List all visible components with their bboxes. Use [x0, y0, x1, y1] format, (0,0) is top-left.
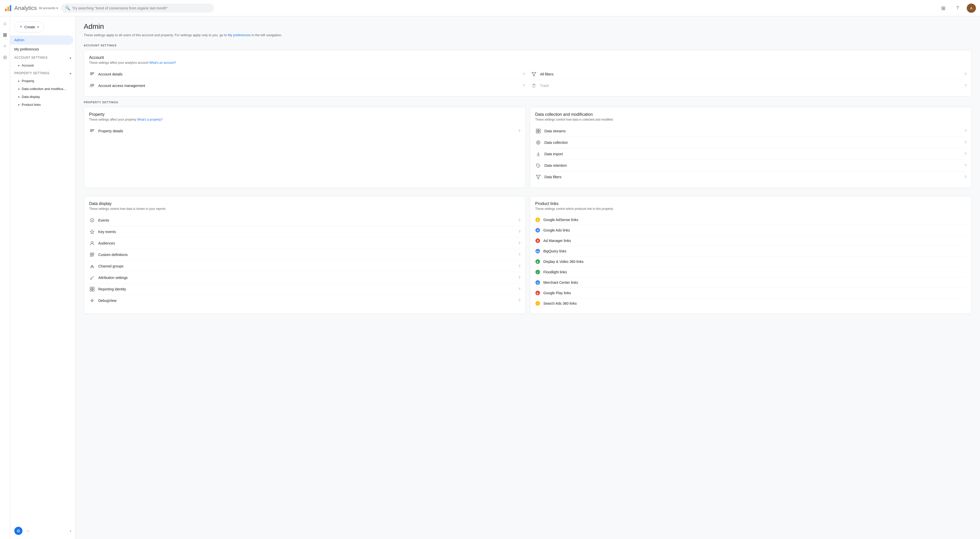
data-filters-help-icon[interactable]: ?: [964, 175, 966, 179]
account-card-title: Account: [89, 55, 525, 60]
audiences-help-icon[interactable]: ?: [518, 241, 520, 245]
display-video-logo-icon: ▶: [535, 259, 540, 264]
svg-rect-0: [5, 9, 6, 11]
custom-definitions-help-icon[interactable]: ?: [518, 253, 520, 257]
sidebar-icon-explore[interactable]: ○: [0, 41, 10, 51]
all-filters-label: All filters: [540, 72, 961, 76]
debugview-help-icon[interactable]: ?: [518, 298, 520, 303]
display-video-links-row[interactable]: ▶ Display & Video 360 links: [535, 257, 966, 267]
sidebar-item-account[interactable]: ▸ Account: [10, 62, 75, 69]
ad-manager-links-row[interactable]: A Ad Manager links: [535, 236, 966, 246]
property-chevron-icon: ▸: [18, 79, 20, 82]
sidebar-item-product-links[interactable]: ▸ Product links: [10, 101, 75, 109]
search-ads-links-row[interactable]: S Search Ads 360 links: [535, 298, 966, 309]
svg-rect-12: [90, 129, 94, 130]
data-import-icon: [535, 151, 541, 157]
sidebar-icon-home[interactable]: ⌂: [0, 18, 10, 29]
data-streams-row[interactable]: Data streams ?: [535, 125, 966, 137]
merchant-center-links-row[interactable]: M Merchant Center links: [535, 277, 966, 288]
key-events-icon: [89, 229, 95, 235]
svg-marker-23: [536, 175, 540, 179]
svg-rect-18: [538, 131, 540, 133]
bigquery-links-row[interactable]: BQ BigQuery links: [535, 246, 966, 257]
trash-help-icon[interactable]: ?: [964, 84, 966, 88]
data-collection-row[interactable]: Data collection ?: [535, 137, 966, 148]
adsense-logo-icon: A: [535, 217, 540, 222]
reporting-identity-help-icon[interactable]: ?: [518, 287, 520, 291]
all-filters-help-icon[interactable]: ?: [964, 72, 966, 76]
what-is-account-link[interactable]: What's an account?: [149, 61, 176, 65]
apps-grid-button[interactable]: ⊞: [938, 3, 948, 13]
sidebar-nav: + Create ▾ Admin My preferences Account …: [10, 16, 75, 523]
google-ads-links-row[interactable]: A Google Ads links: [535, 225, 966, 236]
events-row[interactable]: Events ?: [89, 215, 520, 226]
settings-gear-button[interactable]: ⚙: [14, 527, 22, 535]
data-collection-icon: [535, 140, 541, 146]
search-bar[interactable]: 🔍: [61, 3, 214, 13]
attribution-settings-help-icon[interactable]: ?: [518, 276, 520, 280]
sidebar-icon-reports[interactable]: ▦: [0, 30, 10, 40]
data-collection-chevron-icon: ▸: [18, 87, 20, 90]
data-retention-row[interactable]: Data retention ?: [535, 160, 966, 171]
key-events-row[interactable]: Key events ?: [89, 226, 520, 238]
account-details-help-icon[interactable]: ?: [523, 72, 525, 76]
account-access-help-icon[interactable]: ?: [523, 84, 525, 88]
custom-definitions-icon: [89, 252, 95, 258]
channel-groups-help-icon[interactable]: ?: [518, 264, 520, 268]
audiences-row[interactable]: Audiences ?: [89, 238, 520, 249]
data-import-row[interactable]: Data import ?: [535, 148, 966, 160]
key-events-help-icon[interactable]: ?: [518, 230, 520, 234]
sidebar-item-data-collection[interactable]: ▸ Data collection and modifica...: [10, 85, 75, 93]
data-collection-card: Data collection and modification These s…: [530, 107, 972, 188]
property-details-row[interactable]: Property details ?: [89, 125, 520, 137]
debugview-label: DebugView: [98, 298, 515, 303]
property-item-label: Property: [22, 79, 34, 83]
data-filters-row[interactable]: Data filters ?: [535, 171, 966, 182]
ad-manager-logo-icon: A: [535, 238, 540, 243]
collapse-sidebar-button[interactable]: ‹: [70, 528, 71, 533]
sidebar-item-property[interactable]: ▸ Property: [10, 77, 75, 85]
data-filters-icon: [535, 174, 541, 180]
help-button[interactable]: ?: [953, 3, 963, 13]
data-streams-help-icon[interactable]: ?: [964, 129, 966, 133]
account-settings-section[interactable]: Account settings ▴: [10, 54, 75, 62]
account-card-desc: These settings affect your analytics acc…: [89, 61, 525, 65]
sidebar-item-admin[interactable]: Admin: [10, 35, 73, 44]
what-is-property-link[interactable]: What's a property?: [137, 118, 162, 121]
account-details-row[interactable]: Account details ?: [89, 68, 525, 80]
merchant-center-logo-icon: M: [535, 280, 540, 285]
google-play-logo-icon: ▶: [535, 290, 540, 295]
floodlight-links-row[interactable]: F Floodlight links: [535, 267, 966, 277]
google-play-links-row[interactable]: ▶ Google Play links: [535, 288, 966, 298]
property-settings-section[interactable]: Property settings ▴: [10, 69, 75, 77]
data-collection-help-icon[interactable]: ?: [964, 141, 966, 144]
data-import-label: Data import: [544, 152, 961, 156]
attribution-settings-row[interactable]: Attribution settings ?: [89, 272, 520, 284]
create-plus-icon: +: [20, 24, 22, 30]
svg-rect-5: [90, 75, 93, 75]
product-links-card-title: Product links: [535, 201, 966, 206]
sidebar-item-preferences[interactable]: My preferences: [10, 44, 73, 54]
channel-groups-row[interactable]: Channel groups ?: [89, 261, 520, 272]
debugview-row[interactable]: DebugView ?: [89, 295, 520, 306]
reporting-identity-row[interactable]: Reporting identity ?: [89, 284, 520, 295]
property-details-help-icon[interactable]: ?: [518, 129, 520, 133]
search-input[interactable]: [72, 6, 210, 10]
my-preferences-link[interactable]: My preferences: [228, 33, 251, 37]
adsense-links-row[interactable]: A Google AdSense links: [535, 215, 966, 225]
svg-rect-13: [90, 130, 94, 131]
custom-definitions-row[interactable]: Custom definitions ?: [89, 249, 520, 261]
create-button[interactable]: + Create ▾: [14, 21, 44, 32]
analytics-logo-icon: [4, 4, 12, 12]
all-accounts-dropdown[interactable]: All accounts ▾: [39, 6, 58, 10]
trash-row[interactable]: Trash ?: [531, 80, 966, 91]
user-avatar[interactable]: A: [967, 3, 976, 13]
all-filters-row[interactable]: All filters ?: [531, 68, 966, 80]
data-import-help-icon[interactable]: ?: [964, 152, 966, 156]
events-help-icon[interactable]: ?: [518, 218, 520, 222]
sidebar-item-data-display[interactable]: ▸ Data display: [10, 93, 75, 101]
data-retention-help-icon[interactable]: ?: [964, 163, 966, 168]
account-access-row[interactable]: Account access management ?: [89, 80, 525, 91]
arrow-indicator-icon: →: [25, 528, 30, 534]
sidebar-icon-advertising[interactable]: ◎: [0, 52, 10, 62]
